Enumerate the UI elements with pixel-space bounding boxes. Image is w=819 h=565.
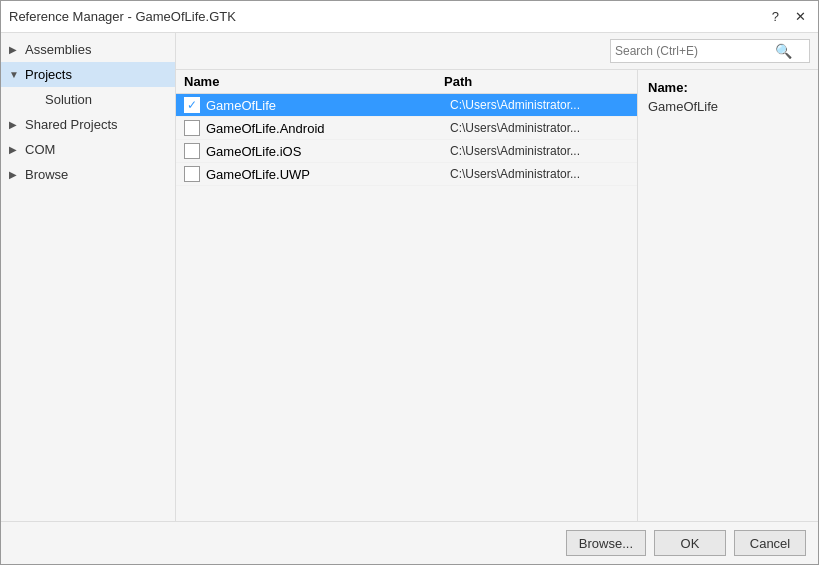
sidebar-item-com[interactable]: ▶COM [1,137,175,162]
sidebar-item-browse[interactable]: ▶Browse [1,162,175,187]
arrow-icon: ▶ [9,144,21,155]
row-name: GameOfLife.Android [206,121,450,136]
row-path: C:\Users\Administrator... [450,98,629,112]
close-button[interactable]: ✕ [791,9,810,24]
details-name-value: GameOfLife [648,99,808,114]
details-name-label: Name: [648,80,808,95]
col-name-header: Name [184,74,444,89]
row-path: C:\Users\Administrator... [450,167,629,181]
content-area: Name Path ✓ GameOfLife C:\Users\Administ… [176,70,818,521]
browse-button[interactable]: Browse... [566,530,646,556]
table-area: Name Path ✓ GameOfLife C:\Users\Administ… [176,70,638,521]
search-icon: 🔍 [775,43,792,59]
search-bar: 🔍 [176,33,818,70]
table-header: Name Path [176,70,637,94]
reference-manager-dialog: Reference Manager - GameOfLife.GTK ? ✕ ▶… [0,0,819,565]
arrow-icon: ▶ [9,169,21,180]
cancel-button[interactable]: Cancel [734,530,806,556]
table-row[interactable]: GameOfLife.iOS C:\Users\Administrator... [176,140,637,163]
arrow-icon: ▼ [9,69,21,80]
right-panel: 🔍 Name Path ✓ GameOfLife C:\Users\Admini… [176,33,818,521]
row-checkbox[interactable] [184,143,200,159]
sidebar-item-label: Solution [45,92,92,107]
search-box[interactable]: 🔍 [610,39,810,63]
sidebar-item-assemblies[interactable]: ▶Assemblies [1,37,175,62]
help-button[interactable]: ? [768,9,783,24]
dialog-title: Reference Manager - GameOfLife.GTK [9,9,236,24]
sidebar-item-solution[interactable]: Solution [1,87,175,112]
sidebar-item-label: COM [25,142,55,157]
table-row[interactable]: ✓ GameOfLife C:\Users\Administrator... [176,94,637,117]
sidebar-item-label: Browse [25,167,68,182]
title-bar-controls: ? ✕ [768,9,810,24]
search-input[interactable] [615,44,775,58]
row-name: GameOfLife.iOS [206,144,450,159]
main-content: ▶Assemblies▼ProjectsSolution▶Shared Proj… [1,33,818,521]
arrow-icon: ▶ [9,44,21,55]
table-body: ✓ GameOfLife C:\Users\Administrator... G… [176,94,637,186]
row-checkbox[interactable] [184,166,200,182]
col-path-header: Path [444,74,629,89]
details-panel: Name: GameOfLife [638,70,818,521]
title-bar: Reference Manager - GameOfLife.GTK ? ✕ [1,1,818,33]
ok-button[interactable]: OK [654,530,726,556]
row-path: C:\Users\Administrator... [450,144,629,158]
sidebar-item-shared-projects[interactable]: ▶Shared Projects [1,112,175,137]
arrow-icon: ▶ [9,119,21,130]
row-name: GameOfLife.UWP [206,167,450,182]
footer: Browse... OK Cancel [1,521,818,564]
sidebar-item-label: Projects [25,67,72,82]
sidebar-item-projects[interactable]: ▼Projects [1,62,175,87]
row-path: C:\Users\Administrator... [450,121,629,135]
sidebar-item-label: Assemblies [25,42,91,57]
row-checkbox[interactable]: ✓ [184,97,200,113]
left-nav-panel: ▶Assemblies▼ProjectsSolution▶Shared Proj… [1,33,176,521]
table-row[interactable]: GameOfLife.UWP C:\Users\Administrator... [176,163,637,186]
sidebar-item-label: Shared Projects [25,117,118,132]
row-checkbox[interactable] [184,120,200,136]
table-row[interactable]: GameOfLife.Android C:\Users\Administrato… [176,117,637,140]
row-name: GameOfLife [206,98,450,113]
